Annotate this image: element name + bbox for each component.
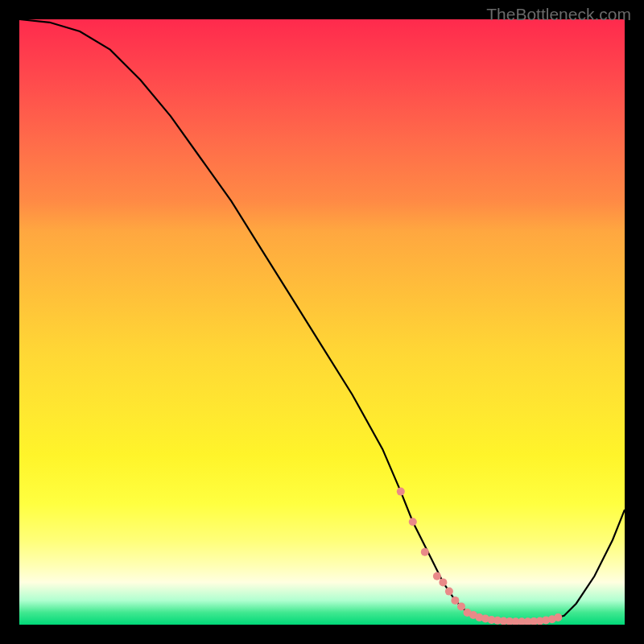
highlight-dot [421,548,429,556]
highlight-dot [554,613,562,621]
highlight-dot [439,578,447,586]
plot-area [19,19,625,625]
highlight-dot [409,518,417,526]
highlight-dot [397,488,405,496]
highlight-dot [451,597,459,605]
highlight-dot [457,602,465,610]
main-curve [19,19,625,621]
highlight-dot [433,572,441,580]
highlight-dots [397,488,563,625]
highlight-dot [445,588,453,596]
chart-svg [19,19,625,625]
attribution-text: TheBottleneck.com [486,5,631,24]
